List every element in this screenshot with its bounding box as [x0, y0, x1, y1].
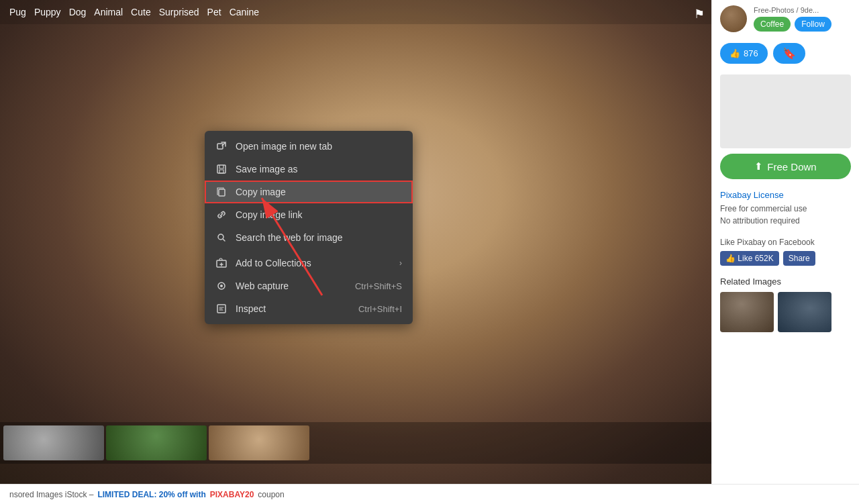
follow-button[interactable]: Follow — [795, 17, 831, 32]
user-info: Free-Photos / 9de... Coffee Follow — [754, 6, 851, 32]
svg-point-6 — [220, 285, 223, 287]
flag-icon[interactable]: ⚑ — [694, 7, 705, 21]
collection-icon — [215, 257, 228, 269]
image-tags: Pug Puppy Dog Animal Cute Surprised Pet … — [0, 0, 711, 24]
license-line1: Free for commercial use — [720, 203, 851, 215]
web-capture-shortcut: Ctrl+Shift+S — [355, 281, 402, 291]
copy-icon — [215, 186, 228, 198]
context-menu: Open image in new tab Save image as — [205, 131, 413, 324]
license-section: Pixabay License Free for commercial use … — [712, 185, 859, 232]
bottom-bar-deal: LIMITED DEAL: 20% off with — [97, 490, 205, 499]
context-inspect[interactable]: Inspect Ctrl+Shift+I — [205, 297, 413, 320]
tag-pug[interactable]: Pug — [9, 7, 26, 17]
tag-canine[interactable]: Canine — [230, 7, 259, 17]
thumbnail-row — [0, 422, 711, 464]
inspect-label: Inspect — [236, 303, 350, 314]
coffee-button[interactable]: Coffee — [754, 17, 791, 32]
copy-link-label: Copy image link — [236, 209, 402, 220]
save-icon — [215, 163, 228, 175]
context-search-web[interactable]: Search the web for image — [205, 226, 413, 249]
bottom-bar-suffix: coupon — [258, 490, 284, 499]
copy-image-label: Copy image — [236, 187, 402, 197]
fb-like-button[interactable]: 👍 Like 652K — [720, 251, 779, 266]
license-link[interactable]: Pixabay License — [720, 190, 851, 200]
like-button[interactable]: 👍 876 — [720, 43, 768, 64]
bookmark-button[interactable]: 🔖 — [773, 43, 805, 64]
user-actions: Coffee Follow — [754, 17, 851, 32]
tag-dog[interactable]: Dog — [69, 7, 87, 17]
like-count: 876 — [744, 48, 758, 58]
capture-icon — [215, 280, 228, 292]
search-web-label: Search the web for image — [236, 232, 402, 243]
facebook-section: Like Pixabay on Facebook 👍 Like 652K Sha… — [712, 232, 859, 271]
download-label: Free Down — [767, 161, 816, 172]
thumb-3[interactable] — [209, 425, 309, 460]
related-images — [720, 292, 851, 332]
user-name: Free-Photos / 9de... — [754, 6, 851, 14]
facebook-label: Like Pixabay on Facebook — [720, 238, 851, 247]
tag-pet[interactable]: Pet — [207, 7, 221, 17]
sidebar-advertisement — [720, 74, 851, 148]
fb-share-button[interactable]: Share — [783, 251, 815, 266]
related-label: Related Images — [720, 276, 851, 287]
svg-rect-2 — [219, 189, 225, 196]
sidebar-vote-actions: 👍 876 🔖 — [712, 38, 859, 69]
context-copy-link[interactable]: Copy image link — [205, 203, 413, 226]
bottom-bar-prefix: nsored Images iStock – — [9, 490, 93, 499]
license-line2: No attribution required — [720, 215, 851, 227]
context-save-image[interactable]: Save image as — [205, 158, 413, 181]
related-thumb-1[interactable] — [720, 292, 774, 332]
main-layout: Pug Puppy Dog Animal Cute Surprised Pet … — [0, 0, 859, 484]
tag-animal[interactable]: Animal — [94, 7, 123, 17]
tag-cute[interactable]: Cute — [131, 7, 151, 17]
bottom-bar-coupon: PIXABAY20 — [210, 490, 254, 499]
inspect-icon — [215, 303, 228, 315]
avatar[interactable] — [720, 5, 747, 32]
save-image-label: Save image as — [236, 164, 402, 174]
thumb-2[interactable] — [106, 425, 207, 460]
context-open-new-tab[interactable]: Open image in new tab — [205, 135, 413, 158]
tag-puppy[interactable]: Puppy — [34, 7, 61, 17]
tag-surprised[interactable]: Surprised — [159, 7, 199, 17]
context-copy-image[interactable]: Copy image — [205, 181, 413, 203]
image-area: Pug Puppy Dog Animal Cute Surprised Pet … — [0, 0, 711, 484]
thumbs-up-icon: 👍 — [729, 48, 740, 58]
svg-rect-1 — [217, 165, 225, 173]
sidebar-user-section: Free-Photos / 9de... Coffee Follow — [712, 0, 859, 38]
svg-rect-0 — [217, 144, 223, 149]
sidebar: Free-Photos / 9de... Coffee Follow 👍 876… — [711, 0, 859, 484]
open-new-tab-label: Open image in new tab — [236, 141, 402, 152]
download-icon: ⬆ — [754, 160, 763, 172]
thumb-1[interactable] — [3, 425, 104, 460]
context-web-capture[interactable]: Web capture Ctrl+Shift+S — [205, 274, 413, 297]
free-download-button[interactable]: ⬆ Free Down — [720, 154, 851, 179]
collections-arrow: › — [399, 258, 402, 268]
bottom-bar: nsored Images iStock – LIMITED DEAL: 20%… — [0, 484, 859, 504]
related-thumb-2[interactable] — [778, 292, 831, 332]
web-capture-label: Web capture — [236, 281, 347, 291]
search-web-icon — [215, 232, 228, 244]
facebook-buttons: 👍 Like 652K Share — [720, 251, 851, 266]
collections-label: Add to Collections — [236, 258, 391, 268]
related-section: Related Images — [712, 271, 859, 338]
inspect-shortcut: Ctrl+Shift+I — [358, 304, 402, 314]
svg-point-3 — [218, 234, 223, 240]
external-link-icon — [215, 140, 228, 152]
link-icon — [215, 209, 228, 221]
context-add-collections[interactable]: Add to Collections › — [205, 252, 413, 274]
